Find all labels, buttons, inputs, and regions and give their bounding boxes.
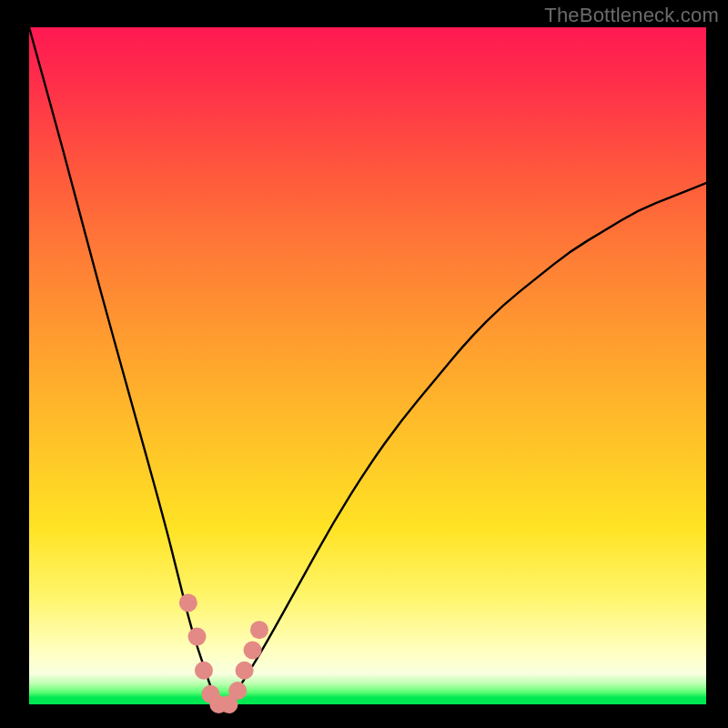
curve-marker [236,662,254,680]
chart-frame: TheBottleneck.com [0,0,728,728]
bottleneck-curve [29,27,706,704]
curve-marker [188,628,207,646]
chart-svg [29,27,706,704]
chart-plot-area [29,27,706,704]
curve-marker [195,662,213,680]
curve-marker [244,641,262,659]
curve-marker [250,621,268,639]
curve-marker [179,593,197,612]
curve-markers [179,593,268,713]
watermark-text: TheBottleneck.com [544,4,719,27]
curve-marker [228,682,247,700]
